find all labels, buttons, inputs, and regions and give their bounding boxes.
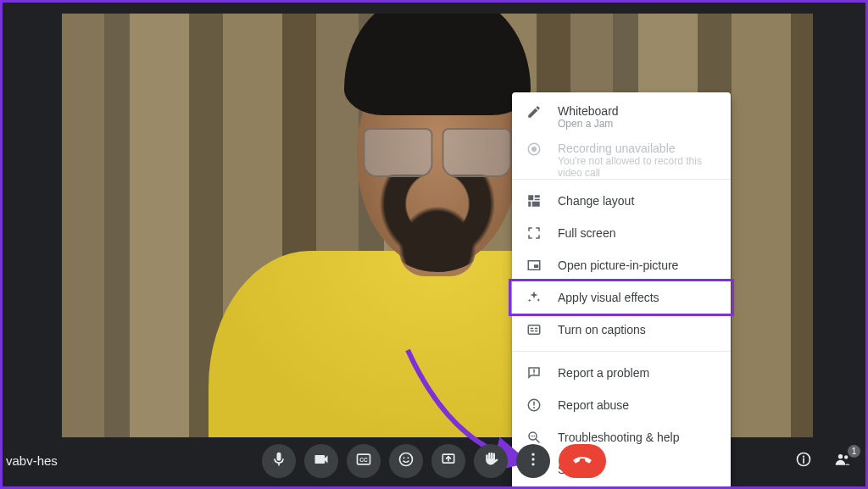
more-options-button[interactable] <box>516 444 550 478</box>
people-button[interactable]: 1 <box>832 450 854 472</box>
warning-icon <box>526 397 542 413</box>
svg-point-13 <box>400 453 413 465</box>
more-vertical-icon <box>525 451 542 471</box>
layout-icon <box>526 193 542 208</box>
meeting-details-button[interactable] <box>793 450 815 472</box>
menu-recording-title: Recording unavailable <box>558 142 717 155</box>
more-options-menu: Whiteboard Open a Jam Recording unavaila… <box>512 92 731 489</box>
svg-rect-3 <box>528 325 540 335</box>
svg-point-14 <box>403 457 405 458</box>
svg-point-15 <box>408 457 409 458</box>
microphone-button[interactable] <box>262 444 296 478</box>
camera-icon <box>313 451 330 471</box>
svg-point-19 <box>531 463 534 465</box>
menu-item-change-layout[interactable]: Change layout <box>512 185 731 217</box>
feedback-icon <box>526 365 542 381</box>
menu-full-screen-label: Full screen <box>558 226 615 240</box>
svg-point-6 <box>533 407 535 408</box>
menu-visual-effects-label: Apply visual effects <box>558 291 659 304</box>
menu-change-layout-label: Change layout <box>558 194 634 208</box>
svg-point-1 <box>531 147 537 152</box>
pencil-icon <box>526 104 542 119</box>
record-icon <box>526 142 542 157</box>
cc-icon: CC <box>355 451 372 471</box>
fullscreen-icon <box>526 225 542 241</box>
menu-report-abuse-label: Report abuse <box>558 398 629 412</box>
svg-point-4 <box>533 373 535 375</box>
hang-up-icon <box>572 449 593 473</box>
menu-item-whiteboard[interactable]: Whiteboard Open a Jam <box>512 99 731 136</box>
camera-button[interactable] <box>304 444 338 478</box>
right-controls: 1 <box>793 450 854 472</box>
svg-point-22 <box>838 454 843 458</box>
menu-divider <box>512 351 731 352</box>
svg-point-21 <box>803 455 804 457</box>
sparkle-icon <box>526 290 542 305</box>
svg-point-17 <box>531 453 534 455</box>
info-icon <box>795 451 812 471</box>
smile-icon <box>398 451 415 471</box>
raise-hand-button[interactable] <box>474 444 508 478</box>
menu-recording-sub: You're not allowed to record this video … <box>558 155 717 179</box>
menu-whiteboard-sub: Open a Jam <box>558 118 619 130</box>
menu-item-pip[interactable]: Open picture-in-picture <box>512 249 731 281</box>
meeting-code: vabv-hes <box>6 453 58 468</box>
menu-item-visual-effects[interactable]: Apply visual effects <box>512 281 731 314</box>
center-controls: CC <box>262 444 606 478</box>
present-button[interactable] <box>431 444 465 478</box>
hang-up-button[interactable] <box>559 444 606 478</box>
menu-item-full-screen[interactable]: Full screen <box>512 217 731 249</box>
menu-report-problem-label: Report a problem <box>558 366 649 380</box>
svg-rect-2 <box>534 264 538 268</box>
menu-item-captions[interactable]: Turn on captions <box>512 314 731 346</box>
pip-icon <box>526 258 542 273</box>
bottom-toolbar: vabv-hes CC <box>3 435 865 486</box>
menu-captions-label: Turn on captions <box>558 323 646 336</box>
menu-item-report-abuse[interactable]: Report abuse <box>512 389 731 421</box>
svg-point-23 <box>844 455 848 458</box>
menu-item-report-problem[interactable]: Report a problem <box>512 357 731 389</box>
svg-text:CC: CC <box>359 457 368 463</box>
svg-point-18 <box>531 458 534 460</box>
microphone-icon <box>270 451 287 471</box>
reactions-button[interactable] <box>389 444 423 478</box>
menu-pip-label: Open picture-in-picture <box>558 258 678 272</box>
menu-item-recording: Recording unavailable You're not allowed… <box>512 136 731 174</box>
present-icon <box>440 451 457 471</box>
hand-icon <box>482 451 499 471</box>
captions-icon <box>526 322 542 337</box>
menu-divider <box>512 179 731 180</box>
captions-button[interactable]: CC <box>347 444 381 478</box>
menu-whiteboard-title: Whiteboard <box>558 104 619 118</box>
participants-badge: 1 <box>848 445 860 458</box>
